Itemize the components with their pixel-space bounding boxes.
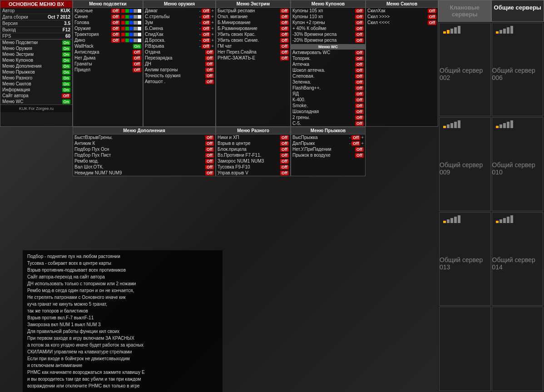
weapon-item-5[interactable]: Д.Броска. - Off + [143, 37, 215, 43]
addition-item-1[interactable]: Антикик К Off [73, 140, 215, 146]
extreme-item-3[interactable]: Б.Разминирование Off [216, 25, 290, 31]
menu-extreme: Меню Экстрим Быстрый респавн Off Откл. м… [216, 0, 291, 127]
weapon-item-6[interactable]: Р.Взрыва - Off + [143, 43, 215, 49]
extreme-item-8[interactable]: РНМС-ЗАЖАТЬ-Е Off [216, 55, 290, 61]
wc-item-11[interactable]: 2 грены. Off [291, 114, 365, 120]
menu-item-8[interactable]: Информация On [0, 87, 72, 93]
jump-item-3[interactable]: Прыжок в воздухе Off [291, 152, 365, 158]
addition-item-5[interactable]: Вал Шот.ОТК. Off [73, 164, 215, 170]
server-cell-empty-2[interactable] [492, 307, 544, 391]
wc-item-6[interactable]: FlashBang++. Off [291, 85, 365, 91]
highlight-item-8[interactable]: Нет Дыма Off [73, 55, 143, 61]
extreme-item-5[interactable]: Убить своих Синие. Off [216, 37, 290, 43]
menu-highlight-title: Меню подсветки [73, 0, 143, 8]
menu-item-5[interactable]: Меню Прыжков On [0, 69, 72, 75]
menu-item-1[interactable]: Меню Оружия On [0, 45, 72, 51]
wc-item-2[interactable]: Аптечка Off [291, 61, 365, 67]
menu-item-10[interactable]: Меню WC On [0, 99, 72, 104]
wc-item-12[interactable]: С-5. Off [291, 120, 365, 126]
weapon-item-12[interactable]: Автошот . Off [143, 79, 215, 84]
addition-item-6[interactable]: Невидим NUM7 NUM9 Off [73, 170, 215, 176]
wc-item-9[interactable]: Smoke. Off [291, 103, 365, 109]
extreme-item-6[interactable]: ГМ чат Off [216, 43, 290, 49]
menu-item-6[interactable]: Меню Разного On [0, 75, 72, 81]
extreme-item-7[interactable]: Нет Перез.Снайпа Off [216, 49, 290, 55]
coupon-item-5[interactable]: -20% Времени респа Off [291, 37, 365, 43]
server-cell-009[interactable]: Общий сервер 009 [439, 117, 491, 211]
wc-item-8[interactable]: К-400. Off [291, 97, 365, 103]
skill-item-2[interactable]: Скил <<<< Off [366, 20, 438, 25]
skill-item-1[interactable]: Скил >>>> Off [366, 14, 438, 20]
menu-item-2[interactable]: Меню Экстрим On [0, 51, 72, 57]
coupon-item-1[interactable]: Купоны 110 хп Off [291, 14, 365, 20]
random-item-2[interactable]: Блок.прицела Off [216, 146, 290, 152]
highlight-item-10[interactable]: Прицел Off [73, 67, 143, 73]
tab-general-servers[interactable]: Общие серверы [491, 0, 544, 22]
addition-item-4[interactable]: Рембо мод. Off [73, 158, 215, 164]
jump-item-1[interactable]: ДалПрыжк - Off + [291, 140, 365, 146]
extreme-item-0[interactable]: Быстрый респавн Off [216, 8, 290, 14]
random-item-5[interactable]: Тусовка F9-F10 Off [216, 164, 290, 170]
ping-bars-014 [496, 215, 513, 223]
server-cell-empty-1[interactable] [439, 307, 491, 391]
weapon-item-10[interactable]: Анлим патроны Off [143, 67, 215, 73]
extreme-item-2[interactable]: Б.Минирование Off [216, 20, 290, 25]
weapon-item-11[interactable]: Точность оружия Off [143, 73, 215, 79]
highlight-item-9[interactable]: Гранаты Off [73, 61, 143, 67]
menu-item-0[interactable]: Меню Подсветки On [0, 40, 72, 45]
addition-item-2[interactable]: Подбор Пух Осн Off [73, 146, 215, 152]
highlight-item-0[interactable]: Красные Off [73, 8, 143, 14]
tab-clan-servers[interactable]: Клановые серверы [438, 0, 491, 22]
coupon-item-3[interactable]: + 40% К обойме Off [291, 25, 365, 31]
highlight-item-5[interactable]: Дино Off [73, 37, 143, 43]
wc-item-4[interactable]: Слеповая. Off [291, 73, 365, 79]
addition-item-0[interactable]: БыстВзрывГрены. Off [73, 134, 215, 140]
coupon-item-0[interactable]: Купоны 105 хп Off [291, 8, 365, 14]
server-cell-013[interactable]: Общий сервер 013 [439, 212, 491, 306]
addition-item-3[interactable]: Подбор Пух Пист Off [73, 152, 215, 158]
wc-item-10[interactable]: Шоколадная Off [291, 109, 365, 114]
menu-item-4[interactable]: Меню Дополнения On [0, 63, 72, 69]
weapon-item-7[interactable]: Отдача Off [143, 49, 215, 55]
highlight-item-2[interactable]: Голова Off [73, 20, 143, 25]
random-item-1[interactable]: Взрыв в центре Off [216, 140, 290, 146]
weapon-item-3[interactable]: Б.Смена - Off + [143, 25, 215, 31]
server-cell-014[interactable]: Общий сервер 014 [492, 212, 544, 306]
highlight-item-7[interactable]: Антиследка Off [73, 49, 143, 55]
wc-item-7[interactable]: ЯД Off [291, 91, 365, 97]
extreme-item-1[interactable]: Откл. мигание Off [216, 14, 290, 20]
menu-item-7[interactable]: Меню Скилов On [0, 81, 72, 87]
weapon-item-1[interactable]: С.стрельбы - Off + [143, 14, 215, 20]
weapon-item-9[interactable]: ДН Off [143, 61, 215, 67]
wc-item-1[interactable]: Топорик. Off [291, 55, 365, 61]
highlight-item-1[interactable]: Синие Off [73, 14, 143, 20]
weapon-item-4[interactable]: СпидХак - Off + [143, 31, 215, 37]
server-cell-006[interactable]: Общий сервер 006 [492, 23, 544, 116]
coupon-item-2[interactable]: Купон +2 грены Off [291, 20, 365, 25]
random-item-6[interactable]: Управ.взрыв V Off [216, 170, 290, 176]
random-item-3[interactable]: Вз.Противни F7-F11. Off [216, 152, 290, 158]
jump-item-0[interactable]: ВысПрыжка - Off + [291, 134, 365, 140]
random-item-4[interactable]: Заморос NUM1 NUM3 Off [216, 158, 290, 164]
jump-item-2[interactable]: Нет.У.ПриПадении Off [291, 146, 365, 152]
skill-item-0[interactable]: СкилХак Off [366, 8, 438, 14]
field-fps: FPS 60 [0, 33, 72, 40]
wc-item-5[interactable]: Зеленка. Off [291, 79, 365, 85]
extreme-item-4[interactable]: Убить своих Крас. Off [216, 31, 290, 37]
menu-item-9[interactable]: Сайт автора Off [0, 93, 72, 99]
weapon-item-8[interactable]: Перезарядка Off [143, 55, 215, 61]
wc-item-3[interactable]: Шокол аптечка. Off [291, 67, 365, 73]
menu-weapons-title: Меню оружия [143, 0, 215, 8]
menu-random: Меню Разного Ники и ХП Off Взрыв в центр… [216, 127, 291, 176]
highlight-item-3[interactable]: Оружие Off [73, 25, 143, 31]
weapon-item-2[interactable]: Зум - Off + [143, 20, 215, 25]
server-cell-010[interactable]: Общий сервер 010 [492, 117, 544, 211]
highlight-wallhack[interactable]: WallHack On [73, 43, 143, 49]
server-cell-002[interactable]: Общий сервер 002 [439, 23, 491, 116]
random-item-0[interactable]: Ники и ХП Off [216, 134, 290, 140]
weapon-item-0[interactable]: Дамаг - Off + [143, 8, 215, 14]
highlight-item-4[interactable]: Траектория Off [73, 31, 143, 37]
coupon-item-4[interactable]: -30% Времени респа Off [291, 31, 365, 37]
menu-item-3[interactable]: Меню Купонов On [0, 57, 72, 63]
wc-item-0[interactable]: Активировать WC Off [291, 50, 365, 55]
